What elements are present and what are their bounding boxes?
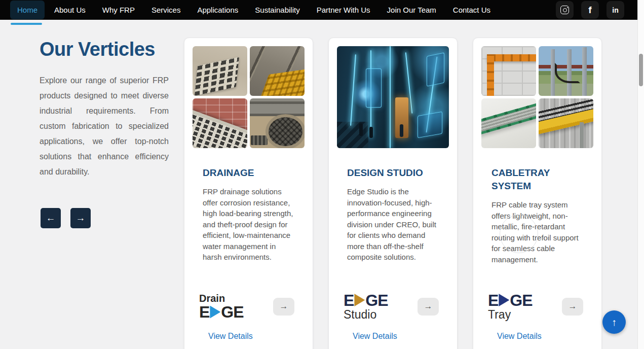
- logo-letter-e: E: [488, 292, 498, 308]
- card-design-studio: DESIGN STUDIO Edge Studio is the innovat…: [328, 38, 458, 349]
- facebook-button[interactable]: f: [581, 1, 599, 19]
- drainage-photo-channel-drain: [193, 98, 247, 148]
- arrow-right-icon: →: [569, 301, 577, 311]
- facebook-icon: f: [588, 5, 591, 16]
- edge-triangle-icon: [354, 294, 365, 306]
- view-details-link[interactable]: View Details: [497, 332, 542, 341]
- logo-letter-e: E: [199, 304, 209, 320]
- arrow-right-icon: →: [424, 301, 433, 311]
- card-arrow-button[interactable]: →: [418, 298, 439, 316]
- active-tab-indicator: [11, 23, 42, 25]
- logo-row: EGE Tray →: [481, 292, 593, 321]
- cabletray-photo-green-tray: [481, 98, 536, 148]
- section-description: Explore our range of superior FRP produc…: [40, 73, 169, 180]
- nav-item-why-frp[interactable]: Why FRP: [95, 1, 142, 19]
- logo-word: Studio: [344, 308, 388, 321]
- instagram-icon: [560, 6, 569, 14]
- view-details-link[interactable]: View Details: [353, 332, 397, 341]
- instagram-button[interactable]: [556, 1, 574, 19]
- cabletray-photo-orange-tray: [481, 46, 536, 96]
- nav-item-sustainability[interactable]: Sustainability: [248, 1, 307, 19]
- carousel-next-button[interactable]: →: [70, 208, 91, 228]
- edge-triangle-icon: [499, 294, 509, 306]
- card-cabletray-system: CABLETRAY SYSTEM FRP cable tray system o…: [473, 38, 602, 349]
- card-description: FRP drainage solutions offer corrosion r…: [203, 186, 294, 263]
- logo-letters-ge: GE: [365, 292, 388, 308]
- logo-letter-e: E: [344, 292, 354, 308]
- card-drainage: DRAINAGE FRP drainage solutions offer co…: [184, 38, 313, 349]
- nav-item-services[interactable]: Services: [144, 1, 188, 19]
- drainage-photo-rail-grating: [250, 46, 305, 96]
- card-arrow-button[interactable]: →: [562, 298, 583, 316]
- cabletray-photo-yellow-tray: [539, 98, 593, 148]
- card-arrow-button[interactable]: →: [273, 298, 294, 316]
- logo-row: EGE Studio →: [337, 292, 449, 321]
- card-title: CABLETRAY SYSTEM: [491, 166, 583, 193]
- verticals-section: Our Verticles Explore our range of super…: [40, 38, 602, 349]
- logo-row: Drain EGE →: [193, 292, 305, 321]
- arrow-up-icon: ↑: [612, 317, 617, 328]
- cabletray-photo-outdoor-racks: [539, 46, 593, 96]
- card-body: DRAINAGE FRP drainage solutions offer co…: [193, 166, 305, 292]
- card-body: DESIGN STUDIO Edge Studio is the innovat…: [337, 166, 449, 292]
- linkedin-icon: in: [612, 6, 618, 14]
- nav-item-applications[interactable]: Applications: [190, 1, 245, 19]
- scrollbar-thumb[interactable]: [639, 54, 643, 86]
- card-title: DRAINAGE: [203, 166, 294, 180]
- nav-item-about-us[interactable]: About Us: [47, 1, 93, 19]
- arrow-right-icon: →: [76, 213, 86, 224]
- logo-letters-ge: GE: [510, 292, 532, 308]
- hero-column: Our Verticles Explore our range of super…: [40, 38, 169, 349]
- nav-item-join-our-team[interactable]: Join Our Team: [380, 1, 443, 19]
- edge-studio-logo: EGE Studio: [344, 292, 388, 321]
- cabletray-image-collage: [481, 46, 593, 148]
- arrow-left-icon: ←: [46, 213, 56, 224]
- drain-edge-logo: Drain EGE: [199, 293, 244, 320]
- carousel-prev-button[interactable]: ←: [41, 208, 61, 228]
- decorative-circle: [500, 215, 538, 253]
- drainage-photo-grate-paving: [193, 46, 247, 96]
- arrow-right-icon: →: [280, 301, 288, 311]
- nav-item-contact-us[interactable]: Contact Us: [446, 1, 498, 19]
- logo-word: Drain: [199, 293, 244, 304]
- drainage-photo-manhole: [250, 98, 305, 148]
- drainage-image-collage: [193, 46, 305, 148]
- card-title: DESIGN STUDIO: [347, 166, 439, 180]
- card-description: Edge Studio is the innovation-focused, h…: [347, 186, 439, 263]
- browser-scrollbar-track[interactable]: [637, 0, 644, 349]
- scroll-to-top-button[interactable]: ↑: [602, 310, 626, 334]
- logo-letters-ge: GE: [221, 304, 243, 320]
- top-navbar: Home About Us Why FRP Services Applicati…: [0, 0, 637, 20]
- nav-item-home[interactable]: Home: [10, 1, 45, 19]
- edge-triangle-icon: [210, 306, 220, 319]
- carousel-controls: ← →: [41, 208, 169, 228]
- view-details-link[interactable]: View Details: [208, 332, 253, 341]
- linkedin-button[interactable]: in: [607, 1, 624, 19]
- logo-word: Tray: [488, 308, 533, 321]
- page-title: Our Verticles: [40, 39, 169, 60]
- design-studio-image: [337, 46, 449, 148]
- nav-item-partner-with-us[interactable]: Partner With Us: [310, 1, 377, 19]
- edge-tray-logo: EGE Tray: [488, 292, 533, 321]
- social-links: f in: [556, 1, 624, 19]
